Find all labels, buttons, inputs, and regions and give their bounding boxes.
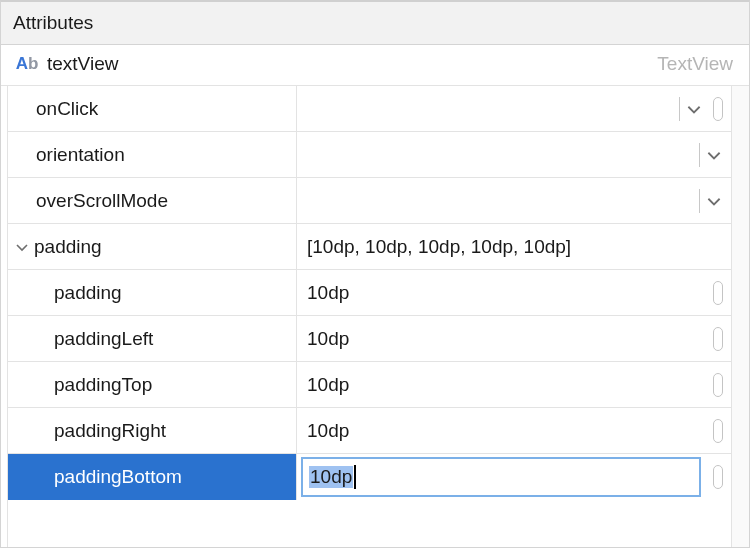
- resource-picker-icon[interactable]: [713, 465, 723, 489]
- attr-value: 10dp: [307, 328, 703, 350]
- resource-picker-icon[interactable]: [713, 281, 723, 305]
- row-onclick[interactable]: onClick: [8, 86, 731, 132]
- row-paddingleft[interactable]: paddingLeft 10dp: [8, 316, 731, 362]
- attr-value: 10dp: [307, 282, 703, 304]
- row-padding[interactable]: padding 10dp: [8, 270, 731, 316]
- panel-title: Attributes: [1, 2, 749, 45]
- row-padding-group[interactable]: padding [10dp, 10dp, 10dp, 10dp, 10dp]: [8, 224, 731, 270]
- value-input-paddingbottom[interactable]: 10dp: [301, 457, 701, 497]
- row-paddingright[interactable]: paddingRight 10dp: [8, 408, 731, 454]
- text-caret: [354, 465, 356, 489]
- attr-name: padding: [54, 282, 122, 304]
- resource-picker-icon[interactable]: [713, 373, 723, 397]
- component-header-row: Ab textView TextView: [1, 45, 749, 86]
- attr-name: overScrollMode: [36, 190, 168, 212]
- value-cell-paddingleft[interactable]: 10dp: [296, 316, 731, 361]
- attr-name: orientation: [36, 144, 125, 166]
- value-cell-onclick[interactable]: [296, 86, 731, 131]
- row-orientation[interactable]: orientation: [8, 132, 731, 178]
- attr-value: [10dp, 10dp, 10dp, 10dp, 10dp]: [307, 236, 723, 258]
- component-type-label: TextView: [657, 53, 733, 75]
- separator: [699, 189, 700, 213]
- dropdown-icon[interactable]: [705, 146, 723, 164]
- component-id-label: textView: [47, 53, 657, 75]
- separator: [679, 97, 680, 121]
- row-paddingbottom[interactable]: paddingBottom 10dp: [8, 454, 731, 500]
- value-cell-padding-group: [10dp, 10dp, 10dp, 10dp, 10dp]: [296, 224, 731, 269]
- attributes-panel: Attributes Ab textView TextView onClick: [0, 0, 750, 548]
- attr-name: padding: [34, 236, 102, 258]
- dropdown-icon[interactable]: [685, 100, 703, 118]
- value-cell-orientation[interactable]: [296, 132, 731, 177]
- chevron-down-icon[interactable]: [14, 239, 30, 255]
- scrollbar-track[interactable]: [731, 86, 749, 547]
- attr-name: paddingLeft: [54, 328, 153, 350]
- attr-name: onClick: [36, 98, 98, 120]
- dropdown-icon[interactable]: [705, 192, 723, 210]
- row-overscrollmode[interactable]: overScrollMode: [8, 178, 731, 224]
- attr-name: paddingTop: [54, 374, 152, 396]
- attr-value: 10dp: [309, 466, 353, 488]
- attributes-body: onClick orientation: [1, 86, 749, 547]
- attr-name: paddingBottom: [54, 466, 182, 488]
- textview-type-icon: Ab: [13, 54, 41, 74]
- separator: [699, 143, 700, 167]
- value-cell-paddingright[interactable]: 10dp: [296, 408, 731, 453]
- attributes-table: onClick orientation: [8, 86, 731, 547]
- attr-value: 10dp: [307, 374, 703, 396]
- resource-picker-icon[interactable]: [713, 419, 723, 443]
- value-cell-paddingtop[interactable]: 10dp: [296, 362, 731, 407]
- value-cell-paddingbottom[interactable]: 10dp: [296, 454, 731, 500]
- value-cell-overscrollmode[interactable]: [296, 178, 731, 223]
- row-paddingtop[interactable]: paddingTop 10dp: [8, 362, 731, 408]
- left-gutter: [1, 86, 8, 547]
- resource-picker-icon[interactable]: [713, 327, 723, 351]
- resource-picker-icon[interactable]: [713, 97, 723, 121]
- attr-name: paddingRight: [54, 420, 166, 442]
- value-cell-padding[interactable]: 10dp: [296, 270, 731, 315]
- attr-value: 10dp: [307, 420, 703, 442]
